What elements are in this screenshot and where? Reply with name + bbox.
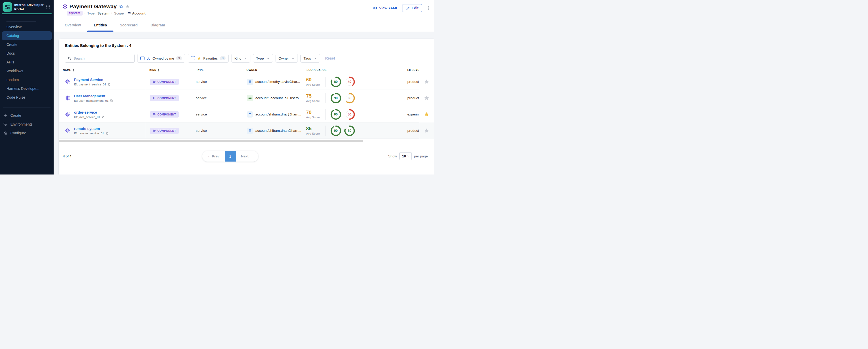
view-yaml-button[interactable]: View YAML xyxy=(373,6,398,10)
page-size-value: 10 xyxy=(402,154,406,158)
copy-icon[interactable] xyxy=(101,116,104,119)
entity-name-link[interactable]: order-service xyxy=(74,110,104,115)
edit-button[interactable]: Edit xyxy=(402,4,422,12)
owned-by-me-filter[interactable]: Owned by me 3 xyxy=(137,54,185,63)
tab-scorecard[interactable]: Scorecard xyxy=(114,20,144,32)
score-gauge: 40 xyxy=(344,76,355,87)
row-favorite-star-icon[interactable] xyxy=(419,106,434,123)
entity-name-link[interactable]: Payment Service xyxy=(74,78,111,82)
sidebar-item-environments[interactable]: Environments xyxy=(0,120,54,129)
gauge-group: 9080 xyxy=(331,125,358,136)
entity-name-link[interactable]: remote-system xyxy=(74,127,108,131)
type-cell: service xyxy=(196,90,207,106)
view-yaml-label: View YAML xyxy=(379,6,398,10)
sidebar-item-apis[interactable]: APIs xyxy=(0,58,54,67)
entity-name-cell: User Management ID: user_management_01 xyxy=(65,90,113,106)
column-header-kind[interactable]: KIND xyxy=(149,66,159,73)
next-page-button[interactable]: Next → xyxy=(236,151,258,162)
search-box[interactable] xyxy=(65,54,135,63)
type-cell: service xyxy=(196,73,207,90)
sidebar-item-harness-develope[interactable]: Harness Develope... xyxy=(0,84,54,93)
brand-line2: Portal xyxy=(14,7,43,12)
sidebar-header: Internal Developer Portal xyxy=(0,0,54,14)
sort-icon[interactable] xyxy=(158,69,159,71)
reset-filters-button[interactable]: Reset xyxy=(325,56,335,60)
entities-card: Entities Belonging to the System : 4 Own… xyxy=(59,39,434,174)
tags-dropdown[interactable]: Tags xyxy=(300,54,320,63)
system-badge: System xyxy=(67,11,83,15)
card-title: Entities Belonging to the System : 4 xyxy=(65,43,131,47)
kind-dropdown[interactable]: Kind xyxy=(231,54,250,63)
favorites-checkbox[interactable] xyxy=(191,56,195,60)
favorites-filter[interactable]: Favorites 0 xyxy=(188,54,229,63)
more-options-kebab-icon[interactable] xyxy=(426,5,430,11)
avg-score-value: 60 xyxy=(306,77,320,82)
owner-dropdown[interactable]: Owner xyxy=(276,54,298,63)
sort-icon[interactable] xyxy=(72,69,74,71)
owner-cell: account/shibam.dhar@harn... xyxy=(247,106,301,123)
table-row: Payment Service ID: payment_service_01 C… xyxy=(59,73,434,90)
dot-separator: • xyxy=(111,11,113,15)
copy-icon[interactable] xyxy=(110,99,113,102)
sidebar-item-workflows[interactable]: Workflows xyxy=(0,67,54,75)
entity-id: ID: remote_service_01 xyxy=(74,132,108,135)
search-input[interactable] xyxy=(73,57,132,60)
pagination: ← Prev 1 Next → xyxy=(202,151,258,162)
row-favorite-star-icon[interactable] xyxy=(419,123,434,139)
entity-name-link[interactable]: User Management xyxy=(74,94,113,98)
column-label: SCORECARDS xyxy=(307,69,327,71)
component-badge: COMPONENT xyxy=(150,128,179,134)
tab-diagram[interactable]: Diagram xyxy=(144,20,172,32)
app-grid-icon[interactable] xyxy=(45,4,51,9)
horizontal-scrollbar[interactable] xyxy=(59,140,363,142)
tab-overview[interactable]: Overview xyxy=(58,20,87,32)
system-entity-icon xyxy=(62,4,68,9)
harness-logo[interactable] xyxy=(3,2,12,12)
sidebar-item-create[interactable]: Create xyxy=(0,40,54,49)
page-size-select[interactable]: 10 xyxy=(399,152,412,160)
component-gear-icon xyxy=(65,111,71,117)
column-label: TYPE xyxy=(196,69,204,71)
scorecards-cell: 85 Avg Score 9080 xyxy=(306,123,358,139)
copy-icon[interactable] xyxy=(107,83,111,86)
column-header-name[interactable]: NAME xyxy=(63,66,74,73)
owned-by-me-checkbox[interactable] xyxy=(141,56,145,60)
score-divider xyxy=(326,93,326,103)
score-gauge: 80 xyxy=(331,76,341,87)
sidebar-item-overview[interactable]: Overview xyxy=(0,23,54,31)
gear-icon xyxy=(153,113,156,116)
owner-cell: account/timothy.davis@har... xyxy=(247,73,300,90)
copy-icon[interactable] xyxy=(105,132,108,135)
page-1-button[interactable]: 1 xyxy=(225,151,236,162)
type-dropdown[interactable]: Type xyxy=(253,54,273,63)
brand-title: Internal Developer Portal xyxy=(14,3,43,12)
gauge-value: 40 xyxy=(344,76,355,87)
row-favorite-star-icon[interactable] xyxy=(419,90,434,106)
pagination-summary: 4 of 4 xyxy=(63,155,71,158)
per-page-label: per page xyxy=(414,154,428,158)
avg-score-value: 85 xyxy=(306,126,320,131)
kind-cell: COMPONENT xyxy=(150,123,179,139)
component-badge: COMPONENT xyxy=(150,95,179,101)
sidebar-item-docs[interactable]: Docs xyxy=(0,49,54,58)
tab-entities[interactable]: Entities xyxy=(87,20,114,32)
avg-score-caption: Avg Score xyxy=(306,132,320,135)
sidebar-item-random[interactable]: random xyxy=(0,75,54,84)
copy-icon[interactable] xyxy=(119,4,123,8)
sidebar-item-code-pulse[interactable]: Code Pulse xyxy=(0,93,54,102)
next-label: Next xyxy=(241,154,249,158)
owner-cell: account/_account_all_users xyxy=(247,90,299,106)
sidebar-divider-bottom xyxy=(3,107,51,107)
page-title: Payment Gateway xyxy=(69,3,117,9)
owner-icon xyxy=(247,111,253,118)
sidebar-item-configure[interactable]: Configure xyxy=(0,129,54,137)
row-favorite-star-icon[interactable] xyxy=(419,73,434,90)
kind-cell: COMPONENT xyxy=(150,106,179,123)
sidebar-item-catalog[interactable]: Catalog xyxy=(2,31,52,40)
favorite-star-icon[interactable] xyxy=(125,4,130,8)
column-header-scorecards: SCORECARDS xyxy=(307,66,327,73)
prev-page-button[interactable]: ← Prev xyxy=(202,151,225,162)
column-label: KIND xyxy=(149,69,156,71)
sidebar-item-create-bottom[interactable]: Create xyxy=(0,111,54,120)
gauge-value: 80 xyxy=(331,76,341,87)
